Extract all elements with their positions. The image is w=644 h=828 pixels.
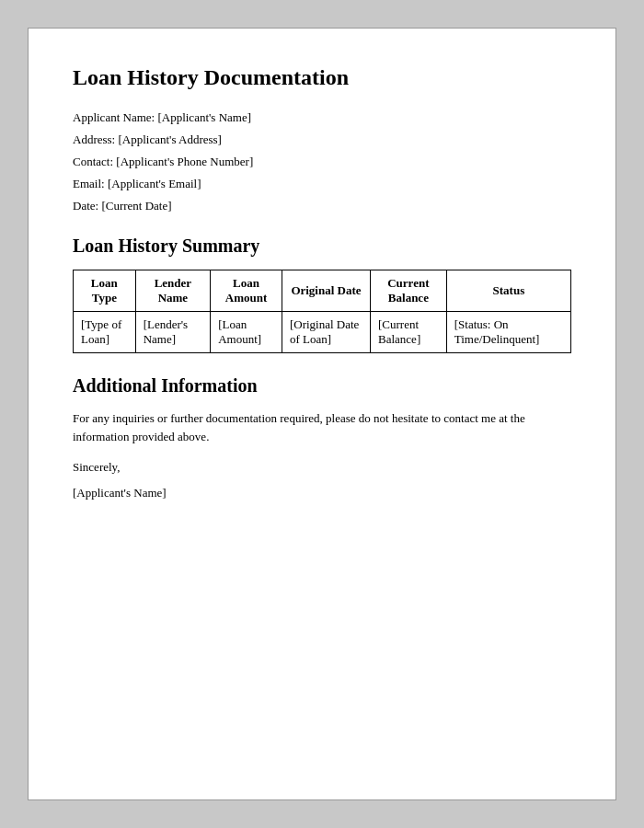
cell-loan-amount: [Loan Amount] bbox=[211, 312, 282, 353]
applicant-name-line: Applicant Name: [Applicant's Name] bbox=[73, 110, 571, 125]
contact-line: Contact: [Applicant's Phone Number] bbox=[73, 155, 571, 169]
document-page: Loan History Documentation Applicant Nam… bbox=[28, 28, 616, 800]
loan-history-table: Loan Type Lender Name Loan Amount Origin… bbox=[73, 270, 571, 353]
cell-current-balance: [Current Balance] bbox=[371, 312, 447, 353]
table-header-row: Loan Type Lender Name Loan Amount Origin… bbox=[74, 270, 571, 312]
col-header-lender-name: Lender Name bbox=[135, 270, 210, 312]
additional-information-title: Additional Information bbox=[73, 375, 571, 397]
loan-history-summary-title: Loan History Summary bbox=[73, 236, 571, 257]
table-row: [Type of Loan] [Lender's Name] [Loan Amo… bbox=[74, 312, 571, 353]
additional-info-text: For any inquiries or further documentati… bbox=[73, 409, 571, 445]
col-header-original-date: Original Date bbox=[282, 270, 370, 312]
sincerely-text: Sincerely, bbox=[73, 460, 571, 475]
col-header-status: Status bbox=[446, 270, 570, 312]
cell-original-date: [Original Date of Loan] bbox=[282, 312, 370, 353]
signature-name: [Applicant's Name] bbox=[73, 486, 571, 500]
col-header-current-balance: Current Balance bbox=[371, 270, 447, 312]
cell-status: [Status: On Time/Delinquent] bbox=[446, 312, 570, 353]
date-line: Date: [Current Date] bbox=[73, 199, 571, 213]
email-line: Email: [Applicant's Email] bbox=[73, 177, 571, 191]
cell-loan-type: [Type of Loan] bbox=[74, 312, 136, 353]
col-header-loan-amount: Loan Amount bbox=[211, 270, 282, 312]
address-line: Address: [Applicant's Address] bbox=[73, 132, 571, 147]
col-header-loan-type: Loan Type bbox=[74, 270, 136, 312]
cell-lender-name: [Lender's Name] bbox=[135, 312, 210, 353]
document-title: Loan History Documentation bbox=[73, 65, 571, 90]
